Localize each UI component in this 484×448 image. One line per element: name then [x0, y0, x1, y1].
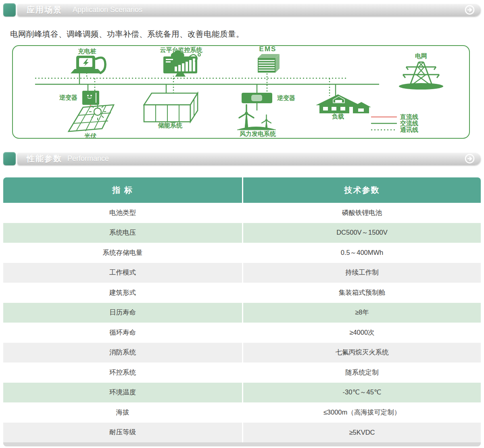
parameter-cell: 集装箱式预制舱	[243, 283, 481, 303]
load-icon	[316, 78, 371, 113]
header-accent-chip	[3, 152, 16, 165]
parameter-cell: 随系统定制	[243, 363, 481, 383]
parameter-cell: ≥8年	[243, 303, 481, 323]
table-row: 电池类型磷酸铁锂电池	[3, 203, 481, 223]
section-title-en: Application Scenarios	[73, 6, 142, 14]
charging-pile-icon	[71, 56, 105, 84]
parameter-cell: ≥5KVDC	[243, 423, 481, 443]
legend-comm-label: 通讯线	[400, 126, 418, 133]
system-diagram: 充电桩 逆变器 光伏	[12, 45, 470, 139]
parameter-cell: 七氟丙烷灭火系统	[243, 343, 481, 363]
performance-table: 指 标 技术参数 电池类型磷酸铁锂电池系统电压DC500V～1500V系统存储电…	[3, 177, 481, 446]
indicator-cell: 耐压等级	[3, 423, 242, 443]
parameter-cell: 磷酸铁锂电池	[243, 203, 481, 223]
table-row: 系统存储电量0.5～400MWh	[3, 243, 481, 263]
indicator-cell: 建筑形式	[3, 283, 242, 303]
indicator-cell: 消防系统	[3, 343, 242, 363]
indicator-cell: 系统存储电量	[3, 243, 242, 263]
grid-label: 电网	[415, 52, 427, 59]
indicator-cell: 循环寿命	[3, 323, 242, 343]
header-bar: 应用场景 Application Scenarios	[17, 4, 481, 16]
parameter-cell: 0.5～400MWh	[243, 243, 481, 263]
indicator-cell: 环境温度	[3, 383, 242, 403]
legend-ac-label: 交流线	[400, 120, 418, 127]
indicator-cell: 环控系统	[3, 363, 242, 383]
section-title-zh: 应用场景	[27, 4, 62, 15]
section-header-scenarios: 应用场景 Application Scenarios	[0, 3, 484, 18]
legend-dc-label: 直流线	[400, 113, 418, 120]
diagram-legend: 直流线 交流线 通讯线	[371, 113, 418, 133]
indicator-cell: 工作模式	[3, 263, 242, 283]
table-row: 建筑形式集装箱式预制舱	[3, 283, 481, 303]
arrow-circle-icon[interactable]	[465, 154, 475, 164]
indicator-cell: 海拔	[3, 402, 242, 423]
table-row: 环控系统随系统定制	[3, 363, 481, 383]
table-row: 日历寿命≥8年	[3, 303, 481, 323]
table-body: 电池类型磷酸铁锂电池系统电压DC500V～1500V系统存储电量0.5～400M…	[3, 203, 481, 442]
cloud-platform-icon	[163, 50, 200, 78]
table-row: 海拔≤3000m（高海拔可定制）	[3, 402, 481, 423]
table-row: 工作模式持续工作制	[3, 263, 481, 283]
parameter-cell: DC500V～1500V	[243, 223, 481, 243]
arrow-circle-icon[interactable]	[465, 5, 475, 15]
cloud-platform-label: 云平台监控系统	[160, 46, 203, 53]
parameter-cell: ≥4000次	[243, 323, 481, 343]
table-header-row: 指 标 技术参数	[3, 177, 481, 203]
indicator-cell: 系统电压	[3, 223, 242, 243]
inverter-left-label: 逆变器	[59, 94, 77, 101]
inverter-right-label: 逆变器	[277, 94, 295, 101]
storage-label: 储能系统	[158, 122, 183, 129]
table-row: 循环寿命≥4000次	[3, 323, 481, 343]
section-header-performance: 性能参数 Performance	[0, 152, 484, 167]
system-diagram-svg: 充电桩 逆变器 光伏	[13, 46, 469, 138]
table-row: 系统电压DC500V～1500V	[3, 223, 481, 243]
grid-tower-icon	[399, 62, 443, 90]
application-description: 电网削峰填谷、调峰调频、功率补偿、系统备用、改善电能质量。	[10, 29, 474, 40]
table-row: 消防系统七氟丙烷灭火系统	[3, 343, 481, 363]
pv-label: 光伏	[84, 132, 97, 138]
parameter-cell: 持续工作制	[243, 263, 481, 283]
parameter-cell: -30℃～45℃	[243, 383, 481, 403]
table-row: 耐压等级≥5KVDC	[3, 423, 481, 443]
load-label: 负载	[332, 113, 344, 120]
pv-icon	[69, 103, 114, 131]
ems-icon	[258, 54, 280, 93]
wind-label: 风力发电系统	[239, 130, 276, 137]
charging-pile-label: 充电桩	[78, 48, 96, 54]
table-row: 环境温度-30℃～45℃	[3, 383, 481, 403]
table-header-indicator: 指 标	[3, 177, 242, 203]
section-title-en: Performance	[67, 154, 109, 163]
section-title-zh: 性能参数	[27, 153, 62, 164]
table-header-parameter: 技术参数	[243, 177, 481, 203]
parameter-cell: ≤3000m（高海拔可定制）	[243, 402, 481, 423]
header-accent-chip	[3, 3, 16, 17]
table-footer-bar	[3, 442, 481, 446]
indicator-cell: 日历寿命	[3, 303, 242, 323]
indicator-cell: 电池类型	[3, 203, 242, 223]
ems-label: EMS	[259, 46, 277, 53]
header-bar: 性能参数 Performance	[17, 152, 481, 165]
